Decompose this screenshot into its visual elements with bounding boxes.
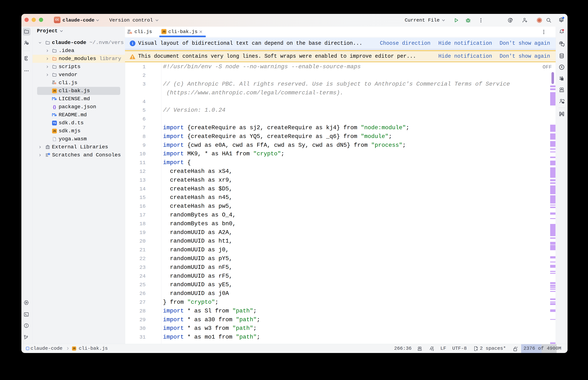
- svg-text:X: X: [561, 66, 563, 69]
- svg-text:?: ?: [27, 42, 28, 45]
